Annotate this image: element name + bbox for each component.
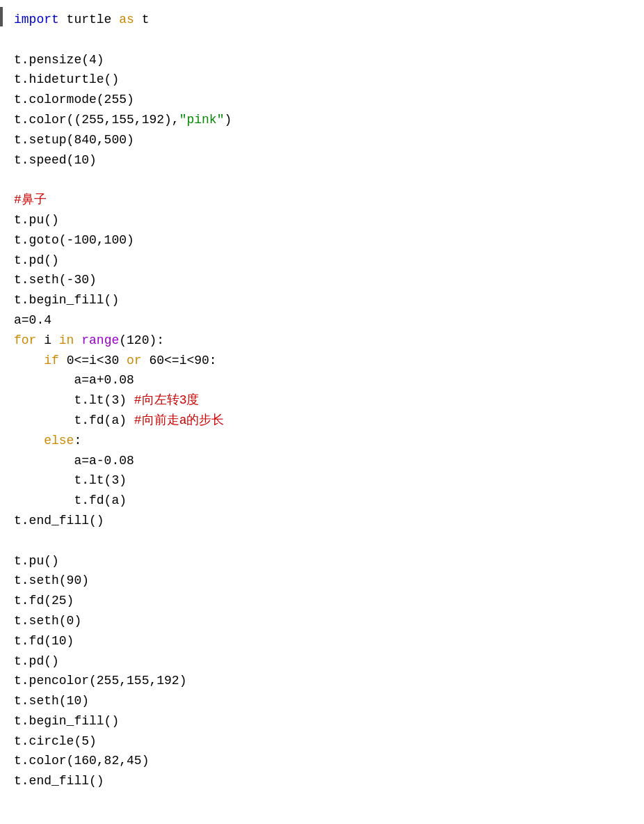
- code-token: :: [74, 434, 81, 447]
- code-line: t.pu(): [14, 210, 633, 230]
- code-token: a=a-0.08: [14, 454, 134, 468]
- code-token: [14, 434, 44, 447]
- code-token: t.fd(a): [14, 413, 134, 427]
- code-line: t.seth(10): [14, 691, 633, 711]
- code-line: t.pu(): [14, 551, 633, 571]
- code-token: t.color((255,155,192),: [14, 113, 179, 127]
- code-line: import turtle as t: [14, 10, 633, 30]
- code-line: t.begin_fill(): [14, 290, 633, 310]
- code-line: [14, 170, 633, 190]
- code-block: import turtle as t t.pensize(4)t.hidetur…: [0, 7, 644, 794]
- code-line: t.pencolor(255,155,192): [14, 671, 633, 691]
- code-token: if: [44, 354, 59, 367]
- code-token: a=0.4: [14, 313, 51, 327]
- code-token: #向左转3度: [134, 393, 200, 407]
- code-line: t.pd(): [14, 251, 633, 271]
- code-token: t.seth(90): [14, 573, 89, 587]
- code-token: t.begin_fill(): [14, 293, 119, 307]
- code-editor: import turtle as t t.pensize(4)t.hidetur…: [0, 0, 644, 824]
- code-line: t.pd(): [14, 651, 633, 672]
- code-line: [14, 531, 633, 551]
- code-token: t.setup(840,500): [14, 133, 134, 147]
- code-token: t.circle(5): [14, 734, 97, 748]
- code-line: t.seth(90): [14, 571, 633, 591]
- code-line: t.fd(10): [14, 631, 633, 651]
- code-line: t.color(160,82,45): [14, 751, 633, 771]
- code-line: t.lt(3): [14, 470, 633, 491]
- code-token: t.seth(0): [14, 614, 81, 628]
- code-token: t.color(160,82,45): [14, 754, 149, 768]
- code-token: 60<=i<90:: [142, 354, 217, 367]
- code-line: if 0<=i<30 or 60<=i<90:: [14, 351, 633, 371]
- code-line: t.seth(-30): [14, 270, 633, 290]
- code-line: a=a+0.08: [14, 370, 633, 390]
- code-token: as: [119, 13, 134, 26]
- code-token: t.goto(-100,100): [14, 233, 134, 247]
- code-line: t.fd(25): [14, 591, 633, 611]
- code-line: t.begin_fill(): [14, 711, 633, 731]
- code-token: t: [134, 13, 150, 26]
- code-line: [14, 30, 633, 50]
- code-token: ): [224, 113, 232, 127]
- code-line: t.fd(a) #向前走a的步长: [14, 411, 633, 431]
- code-token: t.pu(): [14, 213, 59, 227]
- code-token: t.pd(): [14, 253, 59, 267]
- code-token: t.colormode(255): [14, 93, 134, 106]
- code-token: t.pencolor(255,155,192): [14, 674, 186, 688]
- code-token: [74, 333, 81, 347]
- code-token: 0<=i<30: [59, 354, 127, 367]
- code-token: t.pensize(4): [14, 53, 104, 67]
- code-line: #鼻子: [14, 190, 633, 210]
- code-line: else:: [14, 431, 633, 451]
- code-token: t.begin_fill(): [14, 714, 119, 728]
- code-token: t.fd(10): [14, 634, 74, 648]
- code-line: a=a-0.08: [14, 451, 633, 471]
- code-line: for i in range(120):: [14, 331, 633, 351]
- code-token: t.hideturtle(): [14, 72, 119, 86]
- code-token: "pink": [179, 113, 225, 127]
- code-line: t.seth(0): [14, 611, 633, 631]
- code-token: t.fd(25): [14, 594, 74, 608]
- code-line: t.hideturtle(): [14, 70, 633, 90]
- code-token: else: [44, 434, 74, 447]
- code-line: t.circle(5): [14, 731, 633, 752]
- code-token: t.pd(): [14, 654, 59, 668]
- code-token: t.end_fill(): [14, 774, 104, 788]
- code-token: t.lt(3): [14, 393, 134, 407]
- code-token: t.seth(10): [14, 694, 89, 708]
- code-token: turtle: [59, 13, 119, 26]
- code-token: t.seth(-30): [14, 273, 97, 287]
- code-line: t.pensize(4): [14, 50, 633, 70]
- code-line: t.speed(10): [14, 150, 633, 171]
- code-token: t.end_fill(): [14, 514, 104, 528]
- code-line: t.end_fill(): [14, 511, 633, 531]
- code-token: (120):: [119, 333, 164, 347]
- code-token: #鼻子: [14, 193, 47, 207]
- code-token: or: [127, 354, 142, 367]
- code-token: t.pu(): [14, 554, 59, 568]
- line-cursor: [0, 7, 3, 26]
- code-token: [14, 354, 44, 367]
- code-token: #向前走a的步长: [134, 413, 225, 427]
- code-token: a=a+0.08: [14, 373, 134, 387]
- code-token: t.fd(a): [14, 493, 127, 507]
- code-line: a=0.4: [14, 310, 633, 331]
- code-token: range: [81, 333, 119, 347]
- code-token: for: [14, 333, 36, 347]
- code-line: t.fd(a): [14, 491, 633, 511]
- code-line: t.lt(3) #向左转3度: [14, 390, 633, 411]
- code-line: t.setup(840,500): [14, 130, 633, 150]
- code-token: import: [14, 13, 59, 26]
- code-token: in: [59, 333, 74, 347]
- code-line: t.colormode(255): [14, 90, 633, 110]
- code-token: t.speed(10): [14, 153, 97, 167]
- code-line: t.end_fill(): [14, 771, 633, 791]
- code-line: t.color((255,155,192),"pink"): [14, 110, 633, 130]
- code-line: t.goto(-100,100): [14, 230, 633, 251]
- code-token: t.lt(3): [14, 473, 127, 487]
- code-token: i: [36, 333, 58, 347]
